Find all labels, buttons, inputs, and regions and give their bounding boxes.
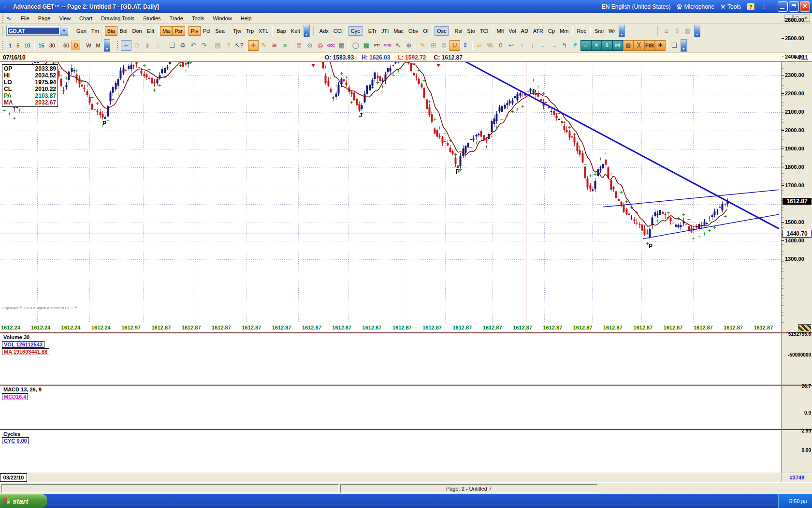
- zoom-icon[interactable]: ⊕: [404, 40, 414, 51]
- price-chart-canvas[interactable]: [0, 62, 781, 323]
- microphone-toggle[interactable]: ⚢Microphone: [676, 3, 714, 10]
- context-help-icon[interactable]: ↖?: [234, 40, 245, 51]
- line-chart-style-icon[interactable]: ⌐: [121, 40, 131, 51]
- delete-lines-icon[interactable]: ╳: [634, 40, 644, 51]
- lock-icon[interactable]: Ω: [131, 40, 142, 51]
- toolbar-grip[interactable]: [2, 27, 5, 35]
- study-button-ellt[interactable]: Ellt: [145, 26, 157, 36]
- chart-scroll-handle[interactable]: [798, 324, 811, 331]
- menu-studies[interactable]: Studies: [139, 14, 165, 23]
- study-button-obv[interactable]: Obv: [406, 26, 420, 36]
- study-button-roc[interactable]: Roc: [574, 26, 589, 36]
- study-button-xtl[interactable]: XTL: [256, 26, 271, 36]
- revert-icon[interactable]: ↩: [506, 40, 517, 51]
- study-button-osc[interactable]: Osc: [435, 26, 449, 36]
- study-button-adx[interactable]: Adx: [317, 26, 331, 36]
- vertical-align-icon[interactable]: ⇕: [460, 40, 471, 51]
- grid-icon[interactable]: ▦: [336, 40, 347, 51]
- scroll-up-icon[interactable]: ↑: [517, 40, 527, 51]
- add-study-icon[interactable]: ✚: [655, 40, 666, 51]
- menu-tools[interactable]: Tools: [188, 14, 209, 23]
- restore-button[interactable]: [789, 1, 799, 12]
- study-button-mfi[interactable]: Mfi: [494, 26, 507, 36]
- menu-window[interactable]: Window: [209, 14, 236, 23]
- study-button-mm[interactable]: Mm: [557, 26, 571, 36]
- expand-vertical-icon[interactable]: ⇕: [602, 40, 612, 51]
- title-bar[interactable]: ≈ Advanced GET™ -- Page 2: Untitled 7 - …: [0, 0, 812, 13]
- help-icon[interactable]: ?: [223, 40, 234, 51]
- study-button-ma[interactable]: Ma: [160, 26, 172, 36]
- study-button-cci[interactable]: CCI: [331, 26, 345, 36]
- toolbar-grip[interactable]: [117, 41, 119, 50]
- study-button-don[interactable]: Don: [130, 26, 145, 36]
- toolbar-overflow-icon[interactable]: ▾: [681, 39, 687, 52]
- redo-icon[interactable]: ↷: [199, 40, 209, 51]
- menu-chart[interactable]: Chart: [75, 14, 97, 23]
- toolbar-overflow-icon[interactable]: ▾: [304, 25, 310, 37]
- xtl-hatch-icon[interactable]: ▩: [361, 40, 372, 51]
- language-selector[interactable]: EN English (United States): [602, 3, 671, 10]
- minimize-button[interactable]: [778, 1, 788, 12]
- study-button-tjw[interactable]: Tjw: [231, 26, 244, 36]
- study-button-piv[interactable]: Piv: [188, 26, 201, 36]
- timeframe-button-w[interactable]: W: [84, 41, 93, 50]
- time-compress-icon[interactable]: ⋈: [612, 40, 623, 51]
- study-button-ad[interactable]: AD: [519, 26, 531, 36]
- open-folder-icon[interactable]: ▱: [474, 40, 485, 51]
- page-up-icon[interactable]: ↰: [559, 40, 570, 51]
- print-icon[interactable]: ▤: [213, 40, 223, 51]
- symbol-input[interactable]: GD.AT: [8, 28, 59, 34]
- macd-canvas[interactable]: [0, 386, 781, 429]
- study-button-oi[interactable]: OI: [420, 26, 431, 36]
- scroll-left-icon[interactable]: ←: [538, 40, 549, 51]
- timeframe-button-d[interactable]: D: [72, 41, 80, 50]
- bar-chart-style-icon[interactable]: ▮: [142, 40, 153, 51]
- snap-magnet-icon[interactable]: U: [450, 40, 460, 51]
- time-clock-icon[interactable]: ⊙: [304, 40, 315, 51]
- timeframe-button-60[interactable]: 60: [61, 41, 72, 50]
- study-button-gan[interactable]: Gan: [74, 26, 89, 36]
- bullseye-icon[interactable]: ◎: [315, 40, 326, 51]
- symbol-combo[interactable]: GD.AT ▼: [6, 26, 69, 36]
- timeframe-button-10[interactable]: 10: [22, 41, 32, 50]
- new-page-icon[interactable]: ❏: [167, 40, 177, 51]
- language-bar-options-icon[interactable]: ⋮: [761, 3, 767, 10]
- mob-icon[interactable]: MOB: [382, 40, 393, 51]
- study-button-bia[interactable]: Bia: [105, 26, 117, 36]
- properties-icon[interactable]: ❏: [669, 40, 680, 51]
- study-button-atr[interactable]: ATR: [531, 26, 546, 36]
- study-button-sto[interactable]: Sto: [464, 26, 478, 36]
- crosshair-icon[interactable]: ✛: [248, 40, 259, 51]
- symbol-dropdown-icon[interactable]: ▼: [60, 27, 68, 35]
- volume-canvas[interactable]: [0, 333, 781, 385]
- retracement-levels-icon[interactable]: ≡: [280, 40, 290, 51]
- expand-horizontal-icon[interactable]: ⇔: [580, 40, 591, 51]
- scroll-down-icon[interactable]: ↓: [527, 40, 538, 51]
- study-button-trp[interactable]: Trp: [244, 26, 256, 36]
- timeframe-button-m[interactable]: M: [94, 41, 103, 50]
- close-button[interactable]: ✕: [800, 1, 810, 12]
- regression-channel-icon[interactable]: ≣: [294, 40, 304, 51]
- study-button-rsi[interactable]: Rsi: [452, 26, 464, 36]
- fibonacci-icon[interactable]: FIB: [644, 40, 655, 51]
- study-button-jti[interactable]: JTI: [379, 26, 391, 36]
- cycles-canvas[interactable]: [0, 430, 781, 473]
- toolbar-grip[interactable]: [2, 41, 5, 50]
- annotation-pointer-icon[interactable]: ↖: [393, 40, 404, 51]
- toolbar-overflow-icon[interactable]: ▾: [694, 25, 700, 37]
- start-button[interactable]: start: [0, 494, 47, 508]
- timeframe-button-5[interactable]: 5: [14, 41, 22, 50]
- menu-trade[interactable]: Trade: [165, 14, 188, 23]
- trendline-pencil-icon[interactable]: ✎: [259, 40, 269, 51]
- language-tools-menu[interactable]: ⚒Tools: [720, 3, 741, 10]
- timeframe-button-15[interactable]: 15: [36, 41, 47, 50]
- ellipse-tool-icon[interactable]: ◯: [350, 40, 361, 51]
- study-button-cyc[interactable]: Cyc: [348, 26, 362, 36]
- toolbar-overflow-icon[interactable]: ▾: [104, 39, 110, 52]
- timeframe-button-1[interactable]: 1: [6, 41, 14, 50]
- compress-icon[interactable]: ✕: [591, 40, 602, 51]
- toolbar-overflow-icon[interactable]: ▾: [619, 25, 625, 37]
- currency-icon[interactable]: $: [672, 26, 682, 36]
- study-button-kelt[interactable]: Kelt: [289, 26, 303, 36]
- study-button-sea[interactable]: Sea: [213, 26, 227, 36]
